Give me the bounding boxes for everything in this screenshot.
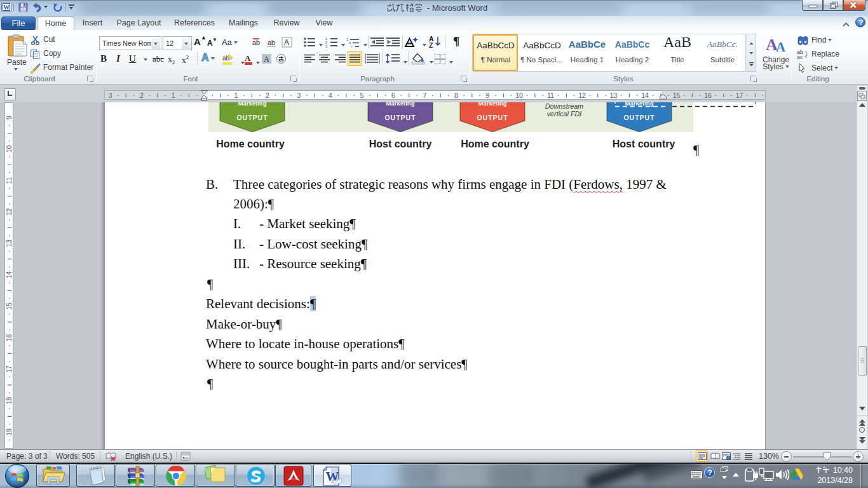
- svg-text:1: 1: [346, 37, 348, 41]
- svg-text:6: 6: [391, 92, 395, 99]
- svg-text:3: 3: [109, 92, 112, 99]
- svg-text:8: 8: [454, 92, 458, 99]
- svg-text:ac: ac: [797, 54, 803, 59]
- svg-text:3: 3: [297, 92, 301, 99]
- svg-text:Z: Z: [429, 41, 433, 49]
- svg-text:OUTPUT: OUTPUT: [623, 114, 654, 121]
- svg-text:11: 11: [547, 92, 554, 99]
- svg-text:A: A: [264, 55, 269, 64]
- svg-text:15: 15: [673, 92, 681, 99]
- svg-text:17: 17: [736, 92, 743, 99]
- svg-text:7: 7: [423, 92, 427, 99]
- svg-text:2: 2: [266, 92, 269, 99]
- svg-text:Marketing: Marketing: [386, 102, 415, 107]
- svg-text:1: 1: [172, 92, 175, 99]
- svg-text:3: 3: [325, 44, 327, 48]
- svg-text:9: 9: [5, 116, 13, 119]
- svg-text:ab: ab: [252, 39, 260, 46]
- svg-text:A: A: [245, 53, 251, 63]
- svg-text:A: A: [776, 39, 786, 53]
- svg-text:19: 19: [5, 428, 13, 436]
- svg-text:10: 10: [5, 146, 13, 153]
- svg-text:Marketing: Marketing: [478, 102, 507, 107]
- svg-text:OUTPUT: OUTPUT: [384, 114, 416, 121]
- svg-text:OUTPUT: OUTPUT: [236, 114, 268, 121]
- svg-text:18: 18: [5, 397, 13, 405]
- svg-text:9: 9: [486, 92, 490, 99]
- svg-text:A: A: [284, 38, 289, 47]
- svg-text:16: 16: [704, 92, 712, 99]
- svg-text:14: 14: [641, 92, 649, 99]
- svg-text:i: i: [351, 44, 352, 48]
- svg-text:2: 2: [140, 92, 144, 99]
- svg-text:W: W: [3, 4, 10, 11]
- svg-text:4: 4: [329, 92, 332, 99]
- svg-text:13: 13: [610, 92, 618, 99]
- svg-text:OUTPUT: OUTPUT: [477, 114, 508, 121]
- svg-text:1: 1: [234, 92, 238, 99]
- svg-text:12: 12: [578, 92, 586, 99]
- svg-text:10: 10: [515, 92, 523, 99]
- svg-text:Marketing: Marketing: [238, 102, 267, 107]
- svg-text:5: 5: [360, 92, 364, 99]
- svg-text:ab: ab: [268, 39, 275, 46]
